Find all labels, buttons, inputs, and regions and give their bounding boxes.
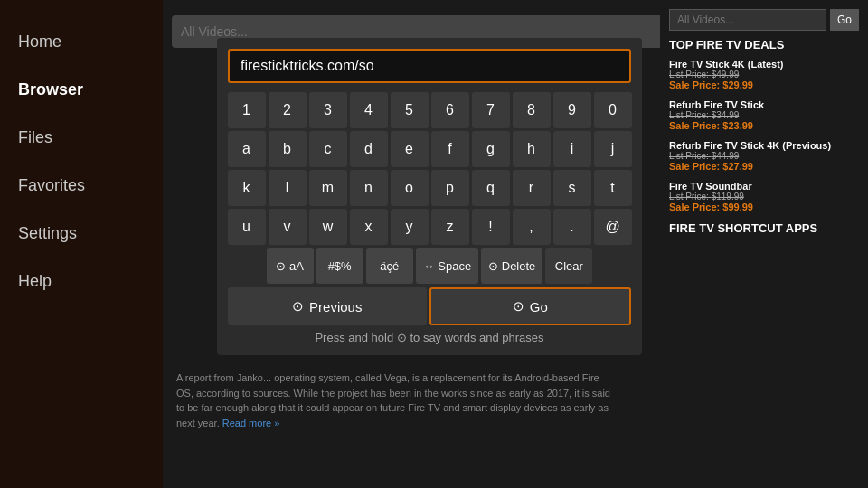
key-s[interactable]: s (553, 170, 591, 206)
deals-search-input[interactable] (669, 9, 826, 31)
sidebar-item-files[interactable]: Files (0, 114, 163, 162)
key-8[interactable]: 8 (513, 92, 551, 128)
deal-item-1: Refurb Fire TV Stick List Price: $34.99 … (669, 99, 859, 131)
prev-label: Previous (309, 299, 362, 314)
key-g[interactable]: g (472, 131, 510, 167)
key-v[interactable]: v (269, 209, 307, 245)
key-z[interactable]: z (431, 209, 469, 245)
deal-list-0: List Price: $49.99 (669, 70, 859, 80)
key-a[interactable]: a (228, 131, 266, 167)
key-7[interactable]: 7 (472, 92, 510, 128)
deal-item-3: Fire TV Soundbar List Price: $119.99 Sal… (669, 181, 859, 212)
key-m[interactable]: m (309, 170, 347, 206)
deal-sale-2: Sale Price: $27.99 (669, 161, 859, 172)
article-text: A report from Janko... operating system,… (176, 371, 610, 430)
key-period[interactable]: . (553, 209, 591, 245)
key-9[interactable]: 9 (553, 92, 591, 128)
previous-button[interactable]: ⊙ Previous (228, 287, 427, 325)
key-q[interactable]: q (472, 170, 510, 206)
sidebar-item-home[interactable]: Home (0, 18, 163, 66)
keyboard-row-kt: k l m n o p q r s t (228, 170, 631, 206)
keyboard-special-row: ⊙ aA #$% äçé ↔ Space ⊙ Delete Clear (228, 248, 631, 284)
key-k[interactable]: k (228, 170, 266, 206)
deal-name-0: Fire TV Stick 4K (Latest) (669, 59, 859, 70)
key-exclaim[interactable]: ! (472, 209, 510, 245)
deal-sale-0: Sale Price: $29.99 (669, 80, 859, 90)
key-n[interactable]: n (350, 170, 388, 206)
deal-sale-3: Sale Price: $99.99 (669, 202, 859, 212)
key-e[interactable]: e (391, 131, 429, 167)
key-y[interactable]: y (391, 209, 429, 245)
keyboard-row-aj: a b c d e f g h i j (228, 131, 631, 167)
key-i[interactable]: i (553, 131, 591, 167)
key-clear[interactable]: Clear (545, 248, 592, 284)
keyboard-row-uAt: u v w x y z ! , . @ (228, 209, 631, 245)
sidebar-item-favorites[interactable]: Favorites (0, 162, 163, 210)
voice-icon: ⊙ (397, 331, 410, 344)
deal-list-1: List Price: $34.99 (669, 110, 859, 120)
key-p[interactable]: p (431, 170, 469, 206)
key-at[interactable]: @ (594, 209, 632, 245)
read-more-link[interactable]: Read more » (222, 418, 280, 428)
deal-sale-1: Sale Price: $23.99 (669, 120, 859, 131)
key-3[interactable]: 3 (309, 92, 347, 128)
key-5[interactable]: 5 (391, 92, 429, 128)
keyboard-url-input[interactable] (228, 49, 631, 83)
key-1[interactable]: 1 (228, 92, 266, 128)
key-delete[interactable]: ⊙ Delete (481, 248, 542, 284)
key-4[interactable]: 4 (350, 92, 388, 128)
deals-search: Go (669, 9, 859, 31)
deal-item-2: Refurb Fire TV Stick 4K (Previous) List … (669, 140, 859, 172)
voice-hint-text: Press and hold (315, 331, 393, 344)
deal-name-1: Refurb Fire TV Stick (669, 99, 859, 110)
voice-hint: Press and hold ⊙ to say words and phrase… (228, 331, 631, 344)
key-h[interactable]: h (513, 131, 551, 167)
sidebar-item-help[interactable]: Help (0, 258, 163, 305)
key-b[interactable]: b (269, 131, 307, 167)
key-w[interactable]: w (309, 209, 347, 245)
deals-title: TOP FIRE TV DEALS (669, 38, 859, 52)
voice-hint-suffix: to say words and phrases (410, 331, 543, 344)
go-button[interactable]: ⊙ Go (429, 287, 632, 325)
sidebar-item-browser[interactable]: Browser (0, 66, 163, 114)
go-label: Go (530, 299, 548, 314)
key-6[interactable]: 6 (431, 92, 469, 128)
key-u[interactable]: u (228, 209, 266, 245)
key-c[interactable]: c (309, 131, 347, 167)
key-x[interactable]: x (350, 209, 388, 245)
key-r[interactable]: r (513, 170, 551, 206)
key-space[interactable]: ↔ Space (416, 248, 478, 284)
deal-list-2: List Price: $44.99 (669, 151, 859, 161)
sidebar-item-settings[interactable]: Settings (0, 210, 163, 258)
deal-name-3: Fire TV Soundbar (669, 181, 859, 192)
key-comma[interactable]: , (513, 209, 551, 245)
key-o[interactable]: o (391, 170, 429, 206)
keyboard-number-row: 1 2 3 4 5 6 7 8 9 0 (228, 92, 631, 128)
key-l[interactable]: l (269, 170, 307, 206)
go-icon: ⊙ (513, 298, 524, 314)
deal-item-0: Fire TV Stick 4K (Latest) List Price: $4… (669, 59, 859, 90)
deals-search-button[interactable]: Go (830, 9, 859, 31)
shortcut-title: Fire TV Shortcut Apps (669, 221, 859, 235)
key-0[interactable]: 0 (594, 92, 632, 128)
keyboard-nav-row: ⊙ Previous ⊙ Go (228, 287, 631, 325)
key-symbols[interactable]: ⊙ aA (267, 248, 314, 284)
sidebar: Home Browser Files Favorites Settings He… (0, 0, 163, 488)
key-2[interactable]: 2 (269, 92, 307, 128)
key-j[interactable]: j (594, 131, 632, 167)
deals-panel: Go TOP FIRE TV DEALS Fire TV Stick 4K (L… (660, 0, 868, 488)
deal-name-2: Refurb Fire TV Stick 4K (Previous) (669, 140, 859, 151)
prev-icon: ⊙ (292, 298, 304, 314)
key-hashbang[interactable]: #$% (316, 248, 363, 284)
key-d[interactable]: d (350, 131, 388, 167)
key-accents[interactable]: äçé (366, 248, 413, 284)
keyboard-overlay: 1 2 3 4 5 6 7 8 9 0 a b c d e f g h i j … (217, 38, 642, 355)
key-f[interactable]: f (431, 131, 469, 167)
article-area: A report from Janko... operating system,… (163, 361, 624, 439)
deal-list-3: List Price: $119.99 (669, 192, 859, 202)
key-t[interactable]: t (594, 170, 632, 206)
